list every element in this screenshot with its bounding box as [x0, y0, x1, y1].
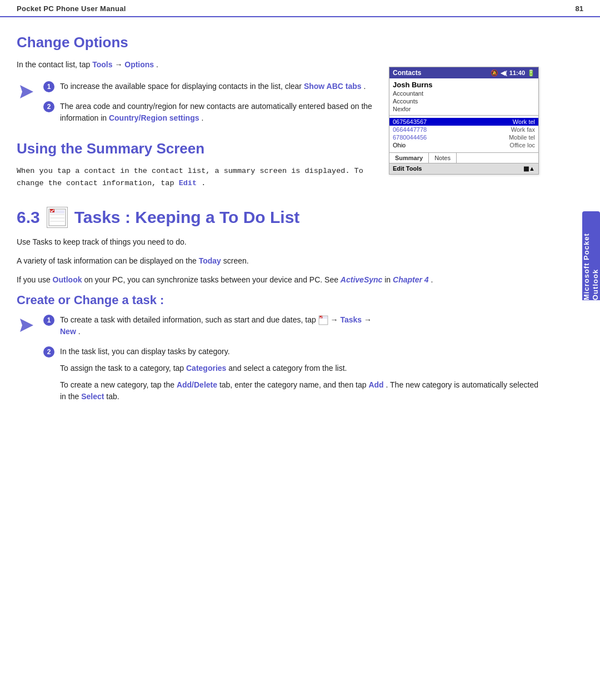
- left-column: In the contact list, tap Tools → Options…: [17, 59, 378, 197]
- phone-tabs: Summary Notes: [389, 152, 538, 163]
- create-step-1: 1 To create a task with detailed informa…: [43, 314, 544, 338]
- phone-row-2-label: Work fax: [511, 126, 535, 133]
- phone-row-4-loc: Ohio: [393, 142, 406, 148]
- step-2: 2 The area code and country/region for n…: [43, 101, 378, 125]
- two-col-layout: In the contact list, tap Tools → Options…: [17, 59, 544, 197]
- step-1: 1 To increase the available space for di…: [43, 81, 378, 93]
- create-task-heading: Create or Change a task :: [17, 293, 544, 307]
- create-task-steps: 1 To create a task with detailed informa…: [43, 314, 544, 411]
- phone-toolbar-icon: ▦▲: [523, 165, 535, 172]
- phone-titlebar-right: 🔕 ◀( 11:40 🔋: [491, 69, 535, 77]
- phone-titlebar: Contacts 🔕 ◀( 11:40 🔋: [389, 67, 538, 78]
- phone-detail-2: Accounts: [389, 97, 538, 105]
- add-delete-link[interactable]: Add/Delete: [177, 380, 217, 389]
- steps-block: 1 To increase the available space for di…: [43, 81, 378, 132]
- outlook-link[interactable]: Outlook: [53, 275, 82, 284]
- phone-tab-notes[interactable]: Notes: [429, 153, 457, 163]
- phone-row-3: 6780044456 Mobile tel: [389, 133, 538, 141]
- note-pointer-icon: [17, 82, 37, 102]
- right-column: Contacts 🔕 ◀( 11:40 🔋 Josh Burns Account…: [389, 59, 544, 197]
- tools-link[interactable]: Tools: [92, 60, 112, 69]
- chapter-link[interactable]: Chapter 4: [393, 275, 429, 284]
- create-task-note-row: 1 To create a task with detailed informa…: [17, 314, 544, 411]
- summary-screen-heading: Using the Summary Screen: [17, 140, 378, 157]
- create-step-2: 2 In the task list, you can display task…: [43, 346, 544, 403]
- sidebar-label: Microsoft Pocket Outlook: [582, 211, 599, 300]
- note-row-1: 1 To increase the available space for di…: [17, 81, 378, 132]
- phone-detail-3: Nexfor: [389, 105, 538, 113]
- tasks-nav-link[interactable]: Tasks: [340, 315, 362, 324]
- create-step-2-text: In the task list, you can display tasks …: [60, 346, 544, 358]
- phone-row-1: 0675643567 Work tel: [389, 118, 538, 126]
- phone-volume-icon: ◀(: [501, 69, 507, 77]
- edit-link[interactable]: Edit: [179, 179, 197, 187]
- header-title: Pocket PC Phone User Manual: [17, 4, 126, 13]
- phone-app-name: Contacts: [393, 69, 421, 77]
- today-link[interactable]: Today: [199, 256, 221, 265]
- sidebar-tab: Microsoft Pocket Outlook: [582, 211, 600, 300]
- country-region-link[interactable]: Country/Region settings: [109, 113, 199, 122]
- page-header: Pocket PC Phone User Manual 81: [0, 0, 600, 17]
- step-2-text: The area code and country/region for new…: [60, 101, 378, 125]
- create-step-3-text: To assign the task to a category, tap Ca…: [60, 363, 544, 375]
- step-number-1: 1: [43, 81, 54, 92]
- phone-row-4-label: Office loc: [509, 142, 535, 148]
- phone-detail-1: Accountant: [389, 90, 538, 97]
- tasks-para-2: A variety of task information can be dis…: [17, 255, 544, 267]
- phone-row-2: 0664447778 Work fax: [389, 126, 538, 133]
- main-content: Change Options In the contact list, tap …: [0, 17, 578, 430]
- tasks-para-1: Use Tasks to keep track of things you ne…: [17, 236, 544, 248]
- phone-row-4: Ohio Office loc: [389, 141, 538, 149]
- create-step-number-1: 1: [43, 315, 54, 326]
- step-1-text: To increase the available space for disp…: [60, 81, 366, 93]
- phone-battery-icon: 🔋: [527, 69, 535, 77]
- phone-row-1-label: Work tel: [513, 118, 535, 125]
- summary-screen-body: When you tap a contact in the contact li…: [17, 165, 378, 190]
- chapter-heading: 6.3 Tasks : Keeping a To Do List: [17, 207, 544, 228]
- tasks-icon: [47, 207, 68, 228]
- change-options-intro: In the contact list, tap Tools → Options…: [17, 59, 378, 71]
- phone-toolbar-edit-tools[interactable]: Edit Tools: [393, 165, 422, 172]
- tasks-section: 6.3 Tasks : Keeping a To Do List Use Tas…: [17, 207, 544, 411]
- categories-link[interactable]: Categories: [186, 364, 226, 373]
- phone-signal-icon: 🔕: [491, 69, 498, 77]
- inline-task-icon: [318, 315, 328, 325]
- show-abc-link[interactable]: Show ABC tabs: [304, 82, 362, 91]
- create-step-1-text: To create a task with detailed informati…: [60, 314, 372, 338]
- change-options-heading: Change Options: [17, 34, 544, 51]
- tasks-para-3: If you use Outlook on your PC, you can s…: [17, 274, 544, 286]
- create-task-pointer-icon: [17, 315, 37, 335]
- add-link[interactable]: Add: [368, 380, 383, 389]
- tasks-heading: Tasks : Keeping a To Do List: [74, 208, 300, 227]
- phone-row-1-num: 0675643567: [393, 118, 427, 125]
- phone-row-3-num: 6780044456: [393, 134, 427, 141]
- phone-contact-name: Josh Burns: [389, 78, 538, 90]
- tasks-icon-svg: [48, 208, 67, 227]
- select-link[interactable]: Select: [81, 392, 104, 401]
- phone-tab-summary[interactable]: Summary: [389, 153, 429, 163]
- phone-row-2-num: 0664447778: [393, 126, 427, 133]
- create-step-2-content: In the task list, you can display tasks …: [60, 346, 544, 403]
- phone-time: 11:40: [509, 69, 525, 76]
- phone-row-3-label: Mobile tel: [509, 134, 535, 141]
- create-step-4-text: To create a new category, tap the Add/De…: [60, 379, 544, 403]
- phone-divider-1: [389, 115, 538, 116]
- header-page: 81: [576, 4, 583, 13]
- options-link[interactable]: Options: [124, 60, 154, 69]
- phone-toolbar: Edit Tools ▦▲: [389, 163, 538, 174]
- create-step-number-2: 2: [43, 346, 54, 358]
- phone-screen: Contacts 🔕 ◀( 11:40 🔋 Josh Burns Account…: [389, 67, 539, 175]
- step-number-2: 2: [43, 101, 54, 112]
- chapter-num: 6.3: [17, 208, 40, 227]
- activesync-link[interactable]: ActiveSync: [341, 275, 382, 284]
- new-link[interactable]: New: [60, 327, 76, 336]
